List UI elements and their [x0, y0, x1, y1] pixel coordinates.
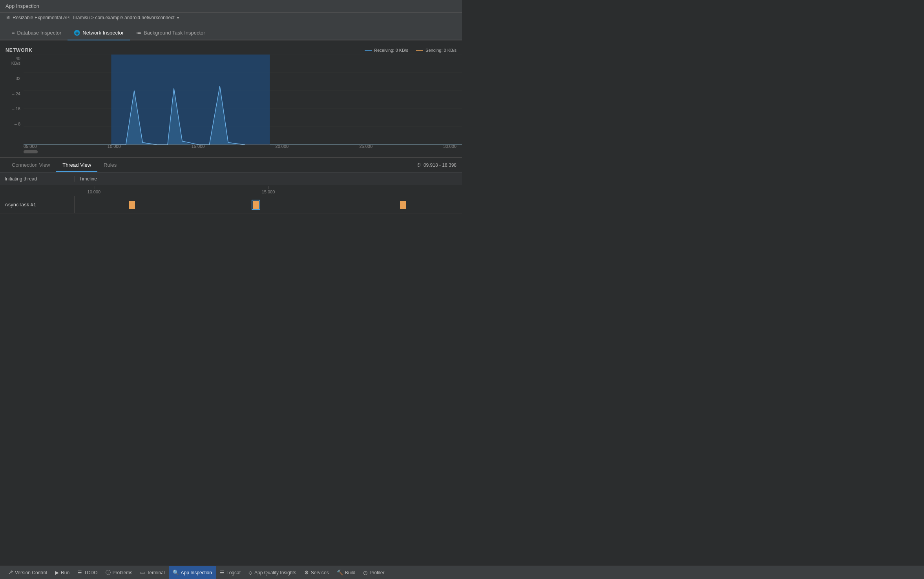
legend-sending-label: Sending: 0 KB/s — [425, 48, 457, 53]
tab-network[interactable]: 🌐 Network Inspector — [68, 26, 130, 40]
device-dropdown-arrow[interactable]: ▾ — [177, 16, 179, 20]
task-box-2[interactable] — [253, 201, 259, 209]
graph-container: 40 KB/s – 32 – 24 – 16 – 8 — [0, 55, 462, 145]
time-range: ⏱ 09.918 - 18.398 — [416, 162, 457, 168]
device-icon: 🖥 — [5, 15, 10, 20]
y-tick-8: – 8 — [5, 122, 20, 126]
task-box-1[interactable] — [129, 201, 135, 209]
background-icon: ≔ — [136, 30, 141, 36]
title-bar: App Inspection — [0, 0, 462, 13]
y-axis: 40 KB/s – 32 – 24 – 16 – 8 — [0, 55, 24, 145]
thread-table-header: Initiating thread Timeline — [0, 173, 462, 185]
device-bar[interactable]: 🖥 Resizable Experimental API Tiramisu > … — [0, 13, 462, 23]
timeline-markers-row: 10.000 15.000 — [0, 185, 462, 196]
thread-row-asynctask: AsyncTask #1 — [0, 196, 462, 213]
sub-tabs: Connection View Thread View Rules — [5, 159, 123, 171]
thread-timeline-asynctask[interactable] — [75, 196, 462, 213]
graph-title: NETWORK — [5, 47, 33, 53]
network-chart-svg — [24, 55, 462, 145]
legend-receiving: Receiving: 0 KB/s — [365, 48, 408, 53]
thread-name-label: AsyncTask #1 — [5, 202, 36, 208]
y-tick-24: – 24 — [5, 91, 20, 96]
sub-tab-connection-label: Connection View — [12, 162, 50, 168]
separator — [0, 40, 462, 44]
sending-line-icon — [416, 50, 423, 51]
app-title: App Inspection — [5, 3, 39, 9]
sub-tab-bar: Connection View Thread View Rules ⏱ 09.9… — [0, 158, 462, 173]
y-tick-16: – 16 — [5, 106, 20, 111]
inspector-tab-bar: ≡ Database Inspector 🌐 Network Inspector… — [0, 23, 462, 40]
timeline-marker-15: 15.000 — [262, 189, 275, 194]
time-range-value: 09.918 - 18.398 — [424, 162, 457, 168]
tab-network-label: Network Inspector — [82, 30, 124, 36]
task-box-3[interactable] — [400, 201, 406, 209]
scrollbar-thumb[interactable] — [24, 150, 38, 153]
network-icon: 🌐 — [74, 30, 80, 36]
graph-header: NETWORK Receiving: 0 KB/s Sending: 0 KB/… — [0, 47, 462, 55]
sub-tab-rules-label: Rules — [104, 162, 117, 168]
col-header-timeline: Timeline — [75, 176, 462, 182]
receiving-line-icon — [365, 50, 372, 51]
col-initiating-label: Initiating thread — [5, 176, 37, 182]
legend-sending: Sending: 0 KB/s — [416, 48, 457, 53]
timeline-markers-inner: 10.000 15.000 — [75, 185, 462, 196]
sub-tab-connection[interactable]: Connection View — [5, 159, 56, 172]
timeline-marker-10: 10.000 — [88, 189, 101, 194]
bottom-panel: Connection View Thread View Rules ⏱ 09.9… — [0, 157, 462, 213]
thread-name-asynctask: AsyncTask #1 — [0, 196, 75, 213]
database-icon: ≡ — [12, 30, 15, 36]
legend-receiving-label: Receiving: 0 KB/s — [374, 48, 408, 53]
network-graph-area: NETWORK Receiving: 0 KB/s Sending: 0 KB/… — [0, 44, 462, 157]
y-tick-40kb: 40 KB/s — [5, 56, 20, 66]
tab-background-label: Background Task Inspector — [144, 30, 205, 36]
tab-database-label: Database Inspector — [17, 30, 62, 36]
device-label: Resizable Experimental API Tiramisu > co… — [13, 15, 175, 20]
tab-database[interactable]: ≡ Database Inspector — [5, 26, 68, 40]
graph-svg-area[interactable] — [24, 55, 462, 145]
tab-background[interactable]: ≔ Background Task Inspector — [130, 26, 212, 40]
col-header-initiating: Initiating thread — [0, 176, 75, 182]
y-tick-32: – 32 — [5, 76, 20, 81]
graph-legend: Receiving: 0 KB/s Sending: 0 KB/s — [365, 48, 457, 53]
sub-tab-thread[interactable]: Thread View — [56, 159, 97, 172]
sub-tab-rules[interactable]: Rules — [97, 159, 123, 172]
scrollbar-area[interactable] — [0, 149, 462, 156]
col-timeline-label: Timeline — [79, 176, 97, 182]
sub-tab-thread-label: Thread View — [62, 162, 91, 168]
clock-icon: ⏱ — [416, 162, 421, 168]
